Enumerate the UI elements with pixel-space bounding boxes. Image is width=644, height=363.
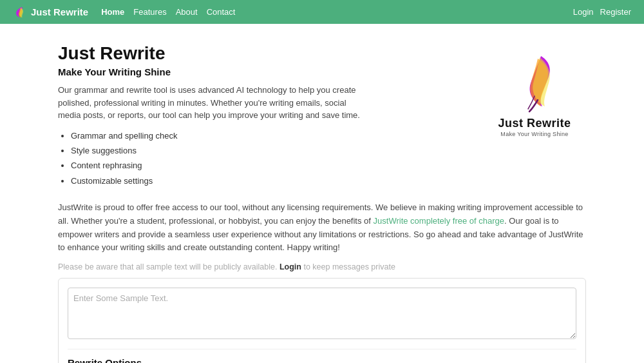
- feature-item: Grammar and spelling check: [71, 128, 361, 143]
- brand-text: Just Rewrite: [31, 6, 88, 17]
- nav-register[interactable]: Register: [600, 7, 631, 17]
- free-access-text: JustWrite is proud to offer free access …: [58, 201, 586, 255]
- main-card: Rewrite Options Fix grammer Professional…: [58, 278, 586, 363]
- logo-text: Just Rewrite: [498, 117, 571, 130]
- brand[interactable]: Just Rewrite: [13, 5, 88, 19]
- nav-right: Login Register: [573, 7, 631, 17]
- brand-icon: [13, 5, 27, 19]
- logo-tagline: Make Your Writing Shine: [500, 131, 568, 137]
- nav-links: Home Features About Contact: [101, 7, 573, 17]
- notice-login-link[interactable]: Login: [279, 262, 301, 271]
- feature-item: Customizable settings: [71, 173, 361, 188]
- hero-logo: Just Rewrite Make Your Writing Shine: [483, 50, 586, 137]
- hero-subtitle: Make Your Writing Shine: [58, 66, 361, 77]
- nav-about[interactable]: About: [176, 7, 198, 17]
- nav-home[interactable]: Home: [101, 7, 124, 17]
- hero-section: Just Rewrite Make Your Writing Shine Our…: [58, 43, 586, 188]
- textarea-section: [68, 288, 576, 341]
- logo-svg: [502, 50, 567, 114]
- navbar: Just Rewrite Home Features About Contact…: [0, 0, 644, 24]
- hero-description: Our grammar and rewrite tool is uses adv…: [58, 84, 361, 122]
- main-content: Just Rewrite Make Your Writing Shine Our…: [45, 24, 599, 363]
- hero-features: Grammar and spelling check Style suggest…: [58, 128, 361, 189]
- rewrite-options-title: Rewrite Options: [68, 357, 576, 363]
- feature-item: Content rephrasing: [71, 158, 361, 173]
- notice-text: Please be aware that all sample text wil…: [58, 262, 586, 271]
- rewrite-options-section: Rewrite Options Fix grammer Professional…: [68, 357, 576, 363]
- feature-item: Style suggestions: [71, 143, 361, 158]
- page-title: Just Rewrite: [58, 43, 361, 64]
- nav-contact[interactable]: Contact: [207, 7, 236, 17]
- nav-login[interactable]: Login: [573, 7, 594, 17]
- sample-text-input[interactable]: [68, 288, 576, 339]
- free-access-link[interactable]: JustWrite completely free of charge: [374, 216, 505, 226]
- nav-features[interactable]: Features: [133, 7, 166, 17]
- hero-text: Just Rewrite Make Your Writing Shine Our…: [58, 43, 361, 188]
- logo-image: [502, 50, 567, 114]
- divider: [68, 349, 576, 349]
